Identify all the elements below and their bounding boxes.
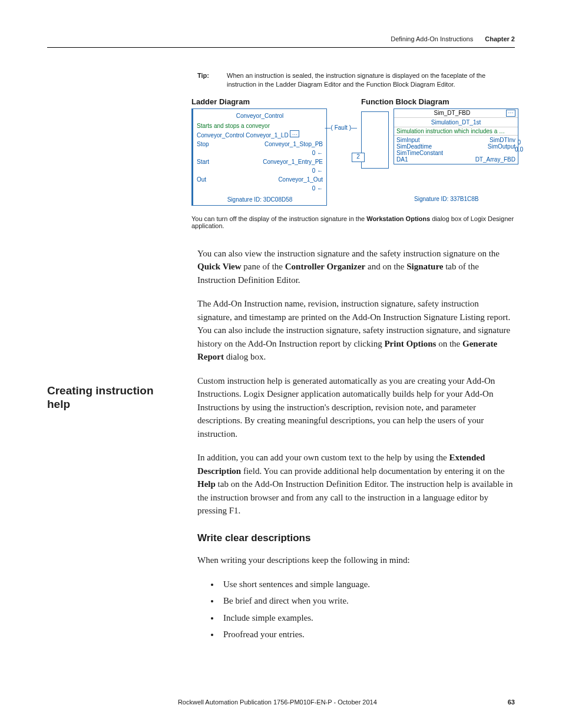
ladder-fault: —( Fault )— — [325, 123, 357, 132]
fbd-title: Function Block Diagram — [361, 97, 515, 106]
ladder-r0-v: 0 ← — [312, 149, 323, 157]
header-section: Defining Add-On Instructions — [391, 35, 473, 42]
ladder-desc: Starts and stops a conveyor — [197, 121, 323, 130]
fbd-side-00: 0.0 — [515, 146, 523, 153]
ladder-inst: Conveyor_Control Conveyor_1_LD — [197, 132, 289, 139]
p1-b2: Controller Organizer — [285, 262, 366, 271]
ladder-r2-r: Conveyor_1_Out — [278, 175, 323, 184]
fbd-rp0: SimDTInv — [490, 137, 515, 143]
ladder-r1-r: Conveyor_1_Entry_PE — [263, 157, 323, 166]
p1-b1: Quick View — [197, 262, 242, 271]
ladder-r1-l: Start — [197, 157, 209, 166]
fbd-small-value: 2 — [352, 153, 365, 162]
fbd-outer-box — [361, 111, 389, 169]
footer-page-number: 63 — [508, 699, 515, 706]
para-quick-view: You can also view the instruction signat… — [197, 247, 515, 287]
ladder-inst-row: Conveyor_Control Conveyor_1_LD — [197, 130, 323, 140]
ladder-r0-r: Conveyor_1_Stop_PB — [265, 140, 323, 149]
tip-block: Tip: When an instruction is sealed, the … — [197, 71, 515, 89]
fbd-side-0: 0 — [517, 139, 521, 146]
ladder-box: Conveyor_Control Starts and stops a conv… — [191, 108, 327, 206]
ladder-signature: Signature ID: 3DC08D58 — [197, 195, 323, 204]
ladder-top: Conveyor_Control — [197, 111, 323, 120]
header-chapter: Chapter 2 — [485, 35, 515, 42]
side-heading: Creating instruction help — [47, 384, 162, 411]
list-item: Be brief and direct when you write. — [220, 594, 515, 608]
fbd-lp1: SimDeadtime — [396, 143, 432, 150]
para-extended-desc: In addition, you can add your own custom… — [197, 451, 515, 518]
diagram-caption: You can turn off the display of the inst… — [191, 215, 515, 229]
p1-b: pane of the — [242, 262, 285, 271]
tip-text: When an instruction is sealed, the instr… — [227, 71, 515, 89]
p4-b2: Help — [197, 479, 216, 489]
ladder-row-2v: 0 ← — [197, 184, 323, 193]
page-header: Defining Add-On Instructions Chapter 2 — [47, 35, 515, 48]
para-custom-help: Custom instruction help is generated aut… — [197, 374, 515, 441]
fbd-inst-name: Simulation_DT_1st — [394, 118, 518, 127]
list-item: Include simple examples. — [220, 611, 515, 625]
fbd-lp0: SimInput — [396, 137, 419, 143]
ellipsis-icon — [506, 110, 515, 117]
fbd-signature: Signature ID: 337B1C8B — [414, 196, 479, 202]
fbd-rp1: SimOutput — [488, 143, 515, 150]
p2-c: dialog box. — [224, 352, 266, 361]
tip-label: Tip: — [197, 71, 227, 89]
ladder-r1-v: 0 ← — [312, 166, 323, 175]
ladder-row-0: Stop Conveyor_1_Stop_PB — [197, 140, 323, 149]
fbd-block-name: Sim_DT_FBD — [434, 110, 471, 116]
p1-a: You can also view the instruction signat… — [197, 249, 500, 258]
p4-a: In addition, you can add your own custom… — [197, 453, 449, 462]
fbd-desc: Simulation instruction which includes a … — [394, 127, 518, 136]
ladder-row-1: Start Conveyor_1_Entry_PE — [197, 157, 323, 166]
bullet-list: Use short sentences and simple language.… — [197, 578, 515, 641]
diagram-row: Ladder Diagram Conveyor_Control Starts a… — [191, 97, 515, 206]
p2-b: on the — [436, 339, 462, 348]
page-footer: Rockwell Automation Publication 1756-PM0… — [47, 699, 515, 706]
para-print-options: The Add-On Instruction name, revision, i… — [197, 297, 515, 364]
ladder-row-1v: 0 ← — [197, 166, 323, 175]
fbd-rp3: DT_Array_FBD — [475, 156, 515, 163]
ladder-diagram: Ladder Diagram Conveyor_Control Starts a… — [191, 97, 327, 206]
fbd-diagram: Function Block Diagram 2 . Sim_DT_FBD Si… — [361, 97, 515, 206]
footer-publication: Rockwell Automation Publication 1756-PM0… — [178, 699, 377, 706]
fbd-lp2: SimTimeConstant — [396, 150, 443, 156]
p4-b: field. You can provide additional help d… — [241, 466, 504, 476]
ladder-row-0v: 0 ← — [197, 149, 323, 157]
p2-b1: Print Options — [384, 339, 436, 348]
p1-c: and on the — [365, 262, 406, 271]
p4-c: tab on the Add-On Instruction Definition… — [197, 479, 513, 515]
ladder-row-2: Out Conveyor_1_Out — [197, 175, 323, 184]
ladder-r2-l: Out — [197, 175, 206, 184]
ellipsis-icon — [290, 130, 299, 137]
caption-bold: Workstation Options — [366, 215, 430, 222]
fbd-lp3: DA1 — [396, 156, 408, 163]
ladder-title: Ladder Diagram — [191, 97, 327, 106]
fbd-block: . Sim_DT_FBD Simulation_DT_1st Simulatio… — [394, 108, 518, 164]
fbd-ports: SimInputSimDTInv SimDeadtimeSimOutput Si… — [394, 136, 518, 164]
ladder-r0-l: Stop — [197, 140, 209, 149]
caption-pre: You can turn off the display of the inst… — [191, 215, 366, 222]
para-bullets-intro: When writing your descriptions keep the … — [197, 554, 515, 567]
list-item: Use short sentences and simple language. — [220, 578, 515, 591]
ladder-r2-v: 0 ← — [312, 184, 323, 193]
subheading: Write clear descriptions — [197, 531, 515, 546]
p1-b3: Signature — [406, 262, 443, 271]
list-item: Proofread your entries. — [220, 628, 515, 641]
